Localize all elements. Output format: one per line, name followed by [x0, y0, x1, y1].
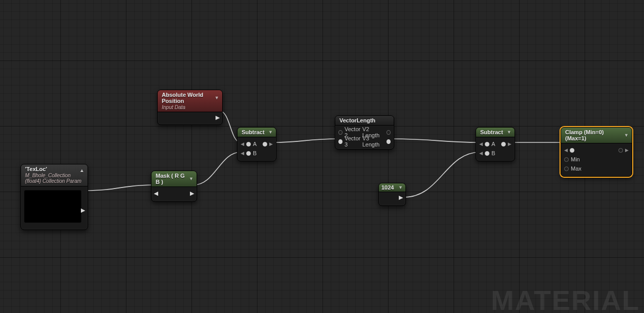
collapse-toggle-icon[interactable]: ▲ — [79, 168, 84, 173]
node-texloc[interactable]: 'TexLoc' M_Bhole_Collection (float4) Col… — [20, 164, 88, 230]
chevron-right-icon: ▶ — [399, 194, 403, 201]
input-pin-value[interactable] — [570, 148, 574, 153]
chevron-left-icon: ▶ — [479, 142, 483, 147]
node-title: VectorLength — [339, 117, 375, 123]
chevron-right-icon: ▶ — [508, 142, 511, 147]
material-graph-canvas[interactable]: 'TexLoc' M_Bhole_Collection (float4) Col… — [0, 0, 644, 313]
chevron-down-icon[interactable]: ▼ — [507, 130, 511, 135]
pin-label: A — [491, 141, 495, 147]
node-absolute-world-position[interactable]: Absolute World Position ▼ Input Data ▶ — [157, 90, 223, 125]
watermark-label: MATERIAL — [491, 284, 640, 313]
input-pin-a[interactable] — [246, 142, 251, 147]
node-title: Clamp (Min=0) (Max=1) — [565, 129, 621, 141]
node-title: Absolute World Position — [162, 92, 211, 104]
chevron-right-icon: ▶ — [625, 148, 629, 153]
node-subtitle: M_Bhole_Collection (float4) Collection P… — [25, 173, 84, 184]
output-pin[interactable] — [618, 148, 623, 153]
chevron-down-icon[interactable]: ▼ — [624, 133, 629, 138]
chevron-down-icon[interactable]: ▼ — [268, 130, 273, 135]
node-title: Mask ( R G B ) — [156, 173, 186, 185]
node-clamp[interactable]: Clamp (Min=0) (Max=1) ▼ ▶ ▶ Min — [561, 127, 632, 177]
output-pin[interactable] — [501, 142, 506, 147]
pin-label: Vector 3 — [345, 135, 362, 148]
pin-label: B — [491, 150, 495, 156]
node-subtitle: Input Data — [162, 105, 185, 110]
input-pin-min[interactable] — [564, 157, 569, 162]
chevron-left-icon: ▶ — [241, 151, 244, 156]
node-subtract-2[interactable]: Subtract ▼ ▶ A ▶ ▶ B — [476, 127, 515, 161]
chevron-down-icon[interactable]: ▼ — [189, 176, 194, 181]
input-pin-b[interactable] — [485, 151, 489, 156]
node-title: 'TexLoc' — [25, 166, 47, 172]
output-pin[interactable] — [263, 142, 267, 147]
chevron-down-icon[interactable]: ▼ — [398, 185, 403, 190]
node-subtract-1[interactable]: Subtract ▼ ▶ A ▶ ▶ B — [237, 127, 276, 161]
chevron-left-icon: ▶ — [564, 148, 568, 153]
chevron-down-icon[interactable]: ▼ — [214, 95, 219, 100]
node-vector-length[interactable]: VectorLength Vector 2 V2 Length Vector 3 — [335, 115, 394, 150]
chevron-left-icon: ▶ — [479, 151, 483, 156]
input-pin-a[interactable] — [485, 142, 489, 147]
node-title: Subtract — [480, 129, 503, 135]
pin-label: A — [253, 141, 256, 147]
texture-preview — [24, 190, 81, 223]
pin-label: Max — [571, 165, 582, 172]
chevron-right-icon: ▶ — [269, 142, 273, 147]
pin-label: V3 Length — [362, 135, 384, 148]
chevron-right-icon: ▶ — [216, 114, 220, 121]
input-pin-vector3[interactable] — [338, 139, 342, 144]
output-pin-v3length[interactable] — [387, 139, 391, 144]
input-pin-b[interactable] — [246, 151, 251, 156]
chevron-left-icon: ▶ — [241, 142, 244, 147]
connection-wires — [0, 0, 644, 313]
node-constant-1024[interactable]: 1024 ▼ ▶ — [378, 183, 406, 206]
node-title: Subtract — [242, 129, 265, 135]
input-pin-max[interactable] — [564, 166, 569, 171]
pin-label: B — [253, 150, 256, 156]
chevron-left-icon: ▶ — [154, 190, 158, 197]
chevron-right-icon: ▶ — [190, 190, 194, 197]
node-title: 1024 — [381, 184, 394, 191]
chevron-right-icon: ▶ — [81, 207, 85, 214]
node-mask-rgb[interactable]: Mask ( R G B ) ▼ ▶ ▶ — [151, 171, 197, 202]
output-pin-v2length[interactable] — [387, 130, 391, 135]
input-pin-vector2[interactable] — [338, 130, 342, 135]
pin-label: Min — [571, 156, 580, 162]
